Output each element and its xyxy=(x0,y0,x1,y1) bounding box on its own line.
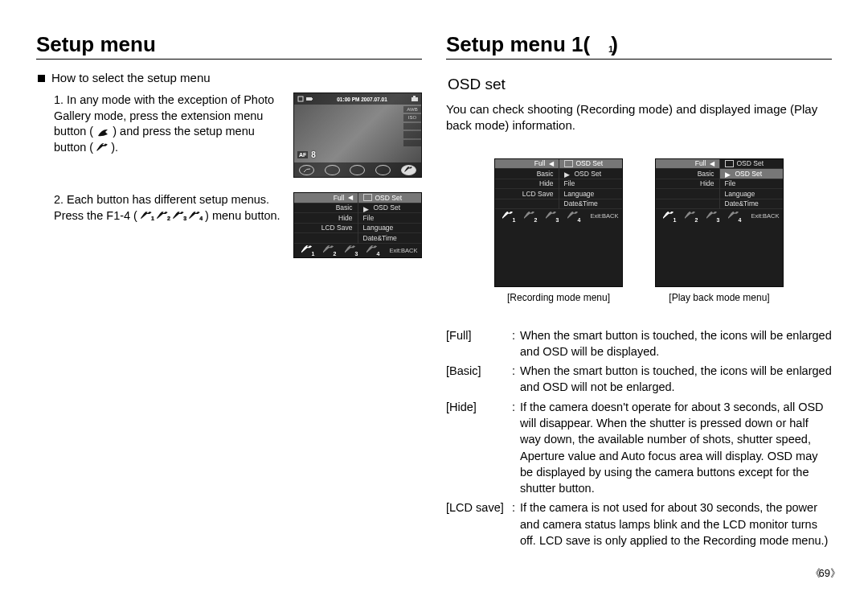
footer-wrench-3-icon: 3 xyxy=(345,245,358,255)
oval-icon xyxy=(350,165,365,175)
section-heading-row: How to select the setup menu xyxy=(36,71,422,84)
def-desc: When the smart button is touched, the ic… xyxy=(520,327,832,360)
menu-left-item: LCD Save xyxy=(495,189,559,199)
page-title-right: Setup menu 1( 1 ) xyxy=(446,32,832,60)
menu-right-item: Language xyxy=(358,224,422,234)
menu-left-item: Hide xyxy=(656,179,719,190)
definition-row: [Hide]:If the camera doesn't operate for… xyxy=(446,399,832,497)
page-number: 《69》 xyxy=(810,566,839,581)
menu-right-item: Date&Time xyxy=(720,199,784,210)
oval-icon xyxy=(375,165,391,175)
f1-icon: 1 xyxy=(141,212,154,221)
menu-exit-label: Exit:BACK xyxy=(587,212,622,220)
footer-wrench-1-icon: 1 xyxy=(301,245,314,255)
menu-left-item: Hide xyxy=(294,213,358,224)
def-term: [Basic] xyxy=(446,363,512,396)
battery-icon xyxy=(306,96,313,102)
def-desc: If the camera is not used for about 30 s… xyxy=(520,499,832,549)
svg-rect-0 xyxy=(298,97,303,101)
svg-rect-2 xyxy=(312,98,313,100)
playback-caption: [Play back mode menu] xyxy=(669,292,769,303)
footer-wrench-1-icon: 1 xyxy=(663,212,676,221)
osd-definition-list: [Full]:When the smart button is touched,… xyxy=(446,327,832,553)
menu-exit-label: Exit:BACK xyxy=(386,247,421,254)
footer-wrench-4-icon: 4 xyxy=(567,212,580,221)
menu-left-item: Basic xyxy=(495,169,559,179)
menu-left-item xyxy=(656,189,719,199)
svg-rect-3 xyxy=(411,97,418,101)
section-heading: How to select the setup menu xyxy=(51,71,211,84)
svg-rect-4 xyxy=(413,96,416,97)
play-icon: ▶ xyxy=(564,171,571,176)
footer-wrench-2-icon: 2 xyxy=(524,212,537,221)
step-2-text: 2.Each button has different setup menus.… xyxy=(54,192,293,224)
right-column: Setup menu 1( 1 ) OSD set You can check … xyxy=(434,32,844,584)
menu-left-item xyxy=(656,199,719,210)
menu-right-item: ▶OSD Set xyxy=(559,169,623,179)
preview-top-bar: 01:00 PM 2007.07.01 xyxy=(294,93,421,105)
step-1: 1.In any mode with the exception of Phot… xyxy=(54,92,422,178)
menu-right-item: ▶OSD Set xyxy=(358,203,422,214)
menu-left-item: LCD Save xyxy=(294,224,358,234)
footer-wrench-4-icon: 4 xyxy=(366,245,379,255)
menu-left-item: Hide xyxy=(495,179,559,190)
step-1-text: 1.In any mode with the exception of Phot… xyxy=(54,92,293,155)
play-icon: ▶ xyxy=(725,171,732,176)
svg-rect-1 xyxy=(306,97,312,101)
menu-right-item: File xyxy=(720,179,784,190)
playback-mode-menu-screen: Full◀BasicHide OSD Set▶OSD SetFileLangua… xyxy=(655,158,784,287)
wrench-oval-icon xyxy=(401,165,416,175)
menu-right-item: Date&Time xyxy=(559,199,623,210)
footer-wrench-4-icon: 4 xyxy=(728,212,741,221)
menu-right-item: Language xyxy=(720,189,784,199)
f2-icon: 2 xyxy=(157,212,170,221)
menu-right-item: Language xyxy=(559,189,623,199)
wrench-1-icon: 1 xyxy=(593,38,611,51)
ext-oval-icon xyxy=(299,165,314,175)
menu-left-item xyxy=(495,199,559,210)
menu-right-item: OSD Set xyxy=(358,193,422,203)
step-2: 2.Each button has different setup menus.… xyxy=(54,192,422,258)
osd-intro: You can check shooting (Recording mode) … xyxy=(446,101,832,134)
menu-left-item xyxy=(294,233,358,244)
footer-wrench-3-icon: 3 xyxy=(546,212,559,221)
setup-menu-screen-left: Full◀BasicHideLCD Save OSD Set▶OSD SetFi… xyxy=(293,192,422,258)
preview-right-bar: AWB ISO xyxy=(403,105,421,162)
camera-icon xyxy=(363,194,372,201)
left-column: Setup menu How to select the setup menu … xyxy=(24,32,434,584)
shots-remaining: 8 xyxy=(311,150,316,159)
definition-row: [Basic]:When the smart button is touched… xyxy=(446,363,832,396)
def-desc: If the camera doesn't operate for about … xyxy=(520,399,832,497)
menu-left-item: Full◀ xyxy=(294,193,358,203)
f3-icon: 3 xyxy=(173,212,186,221)
f4-icon: 4 xyxy=(189,212,202,221)
oval-icon xyxy=(325,165,340,175)
menu-right-item: OSD Set xyxy=(559,159,623,170)
menu-figures: Full◀BasicHideLCD Save OSD Set▶OSD SetFi… xyxy=(446,158,832,303)
menu-right-item: File xyxy=(559,179,623,190)
menu-left-item: Basic xyxy=(294,203,358,214)
camera-icon xyxy=(725,160,734,167)
camera-icon xyxy=(564,160,573,167)
camera-mode-icon xyxy=(411,96,418,102)
menu-left-item: Full◀ xyxy=(495,159,559,170)
menu-right-item: OSD Set xyxy=(720,159,784,170)
setup-menu-wrench-icon xyxy=(96,143,108,152)
card-icon xyxy=(297,96,304,102)
menu-exit-label: Exit:BACK xyxy=(747,212,783,220)
menu-left-item: Basic xyxy=(656,169,719,179)
preview-bottom-bar xyxy=(294,162,421,177)
recording-mode-menu-screen: Full◀BasicHideLCD Save OSD Set▶OSD SetFi… xyxy=(494,158,623,287)
manual-page: Setup menu How to select the setup menu … xyxy=(0,0,868,600)
def-term: [Hide] xyxy=(446,399,512,497)
footer-wrench-2-icon: 2 xyxy=(685,212,698,221)
menu-left-item: Full◀ xyxy=(656,159,719,170)
recording-caption: [Recording mode menu] xyxy=(507,292,610,303)
footer-wrench-1-icon: 1 xyxy=(502,212,515,221)
af-badge: AF xyxy=(297,151,308,158)
preview-timestamp: 01:00 PM 2007.07.01 xyxy=(337,97,387,102)
footer-wrench-3-icon: 3 xyxy=(706,212,719,221)
def-term: [LCD save] xyxy=(446,499,512,549)
square-bullet-icon xyxy=(38,75,45,82)
menu-right-item: File xyxy=(358,213,422,224)
